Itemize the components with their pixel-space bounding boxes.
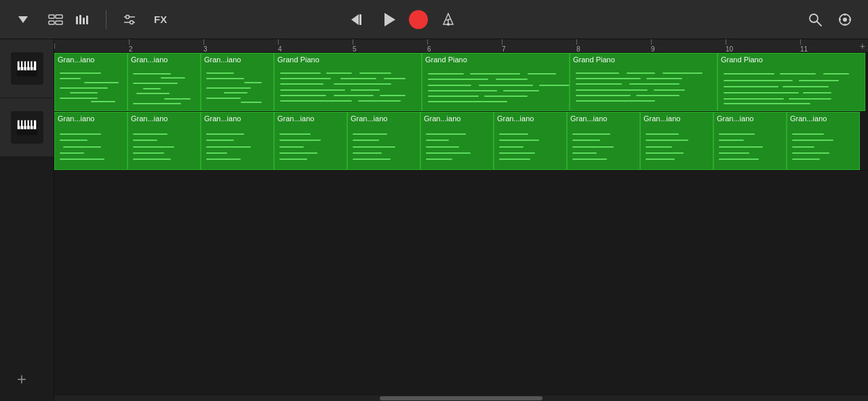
- clip-label: Gran...iano: [568, 112, 639, 125]
- clip-label: Gran...iano: [348, 112, 420, 125]
- clip-1-3[interactable]: Gran...iano: [201, 53, 274, 111]
- svg-rect-46: [33, 121, 36, 129]
- clip-notes: [203, 70, 272, 108]
- track-header-1[interactable]: [0, 39, 54, 98]
- clip-notes: [130, 129, 199, 167]
- preferences-button[interactable]: [833, 7, 857, 32]
- play-button[interactable]: [376, 7, 401, 32]
- track-icon-1: [11, 52, 43, 85]
- clip-notes: [130, 70, 199, 108]
- clip-2-1[interactable]: Gran...iano: [54, 112, 127, 170]
- svg-rect-39: [32, 62, 33, 68]
- clip-notes: [719, 70, 863, 108]
- clip-label: Gran...iano: [421, 112, 493, 125]
- clip-notes: [349, 129, 418, 167]
- clip-label: Gran...iano: [275, 112, 347, 125]
- main-area: + 2 3 4 5: [0, 39, 868, 401]
- arrange-view-button[interactable]: [43, 7, 68, 32]
- clip-2-11[interactable]: Gran...iano: [787, 112, 860, 170]
- svg-rect-14: [359, 14, 361, 25]
- track-header-2[interactable]: [0, 98, 54, 157]
- svg-rect-48: [22, 121, 24, 127]
- svg-rect-38: [28, 62, 30, 68]
- clip-2-6[interactable]: Gran...iano: [420, 112, 494, 170]
- toolbar: FX: [0, 0, 868, 39]
- clip-label: Grand Piano: [422, 54, 569, 66]
- adjustments-button[interactable]: [117, 7, 142, 32]
- svg-rect-37: [26, 62, 27, 68]
- transport-group: [347, 7, 460, 32]
- search-button[interactable]: [803, 7, 827, 32]
- dropdown-button[interactable]: [11, 7, 35, 32]
- add-track-button[interactable]: +: [11, 368, 33, 390]
- ruler-mark-7: 7: [502, 39, 506, 53]
- view-buttons-group: [43, 7, 95, 32]
- svg-marker-0: [18, 16, 28, 23]
- ruler-mark-6: 6: [427, 39, 431, 53]
- clip-2-3[interactable]: Gran...iano: [201, 112, 274, 170]
- ruler-mark-11: 11: [800, 39, 808, 53]
- clip-label: Grand Piano: [275, 54, 421, 66]
- clip-1-6[interactable]: Grand Piano: [570, 53, 717, 111]
- clip-label: Gran...iano: [714, 112, 786, 125]
- svg-rect-35: [19, 62, 20, 68]
- track-row-1: Gran...iano Gran...iano: [54, 53, 868, 112]
- svg-point-12: [130, 20, 134, 24]
- empty-track-area: +: [0, 157, 54, 401]
- add-section-button[interactable]: +: [860, 41, 865, 51]
- record-circle: [409, 10, 428, 29]
- svg-point-23: [843, 18, 847, 22]
- ruler-mark-2: 2: [129, 39, 133, 53]
- metronome-button[interactable]: [436, 7, 460, 32]
- svg-point-10: [126, 15, 130, 18]
- clip-notes: [203, 129, 272, 167]
- clip-1-2[interactable]: Gran...iano: [127, 53, 201, 111]
- ruler-mark-5: 5: [353, 39, 357, 53]
- clip-label: Grand Piano: [570, 54, 717, 66]
- clip-notes: [569, 129, 638, 167]
- svg-rect-49: [26, 121, 27, 127]
- clip-notes: [276, 70, 420, 108]
- clip-1-5[interactable]: Grand Piano: [422, 53, 570, 111]
- ruler-mark-10: 10: [726, 39, 733, 53]
- horizontal-scrollbar[interactable]: [54, 396, 868, 401]
- svg-rect-8: [86, 16, 88, 24]
- svg-rect-47: [19, 121, 20, 127]
- ruler-mark-3: 3: [203, 39, 208, 53]
- clip-2-2[interactable]: Gran...iano: [127, 112, 201, 170]
- clip-label: Gran...iano: [641, 112, 713, 125]
- svg-rect-1: [49, 15, 54, 18]
- ruler-mark-4: 4: [278, 39, 282, 53]
- clip-label: Gran...iano: [201, 54, 273, 66]
- clip-2-4[interactable]: Gran...iano: [274, 112, 347, 170]
- clip-2-10[interactable]: Gran...iano: [713, 112, 787, 170]
- svg-point-19: [447, 23, 450, 26]
- clip-2-5[interactable]: Gran...iano: [347, 112, 420, 170]
- svg-rect-50: [28, 121, 30, 127]
- rewind-button[interactable]: [347, 7, 371, 32]
- clip-2-7[interactable]: Gran...iano: [494, 112, 567, 170]
- clip-1-4[interactable]: Grand Piano: [274, 53, 422, 111]
- separator-1: [106, 10, 106, 29]
- clip-2-9[interactable]: Gran...iano: [640, 112, 713, 170]
- right-tools: [803, 7, 857, 32]
- clip-notes: [789, 129, 858, 167]
- tracks-content: Gran...iano Gran...iano: [54, 53, 868, 396]
- clip-2-8[interactable]: Gran...iano: [567, 112, 640, 170]
- track-row-2: Gran...iano Gran...iano: [54, 112, 868, 171]
- clip-1-1[interactable]: Gran...iano: [54, 53, 127, 111]
- clip-1-7[interactable]: Grand Piano: [717, 53, 865, 111]
- ruler-mark-1: [54, 43, 55, 49]
- scrollbar-thumb[interactable]: [380, 396, 542, 400]
- track-icon-2: [11, 111, 43, 144]
- ruler-mark-8: 8: [576, 39, 580, 53]
- svg-rect-34: [33, 62, 36, 70]
- clip-notes: [572, 70, 715, 108]
- record-button[interactable]: [406, 7, 431, 32]
- clip-label: Gran...iano: [128, 112, 200, 125]
- clip-notes: [715, 129, 785, 167]
- clip-label: Gran...iano: [494, 112, 566, 125]
- fx-button[interactable]: FX: [150, 7, 171, 32]
- timeline-area: 2 3 4 5 6 7 8: [54, 39, 868, 401]
- mixer-view-button[interactable]: [71, 7, 95, 32]
